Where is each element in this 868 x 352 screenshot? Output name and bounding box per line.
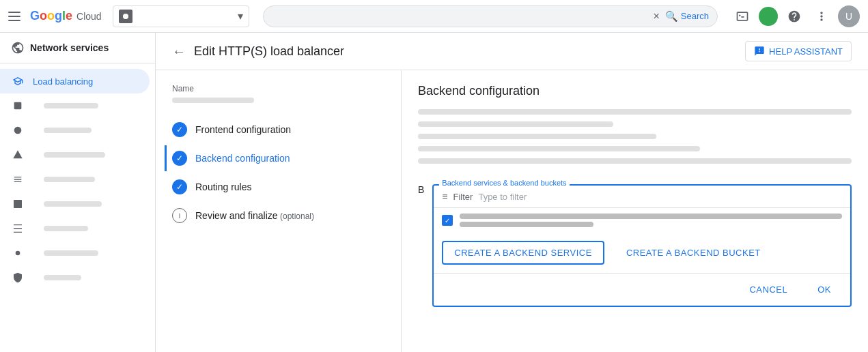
step-list: ✓ Frontend configuration ✓ Backend confi… — [172, 117, 384, 229]
google-logo: Google — [30, 9, 72, 23]
main-layout: Network services Load balancing — [0, 33, 868, 352]
search-icon: 🔍 — [665, 10, 678, 23]
step-backend[interactable]: ✓ Backend configuration — [165, 145, 384, 171]
sidebar-item-2[interactable] — [0, 93, 150, 118]
create-backend-service-button[interactable]: CREATE A BACKEND SERVICE — [442, 241, 604, 265]
search-input[interactable] — [272, 11, 648, 22]
step-review[interactable]: i Review and finalize (optional) — [172, 203, 384, 229]
search-bar: × 🔍 Search — [263, 5, 718, 27]
page-title: Edit HTTP(S) load balancer — [194, 44, 737, 59]
sidebar-item-6[interactable] — [0, 192, 150, 216]
step-label-frontend: Frontend configuration — [195, 124, 291, 135]
hamburger-menu[interactable] — [8, 8, 25, 25]
step-frontend[interactable]: ✓ Frontend configuration — [172, 117, 384, 143]
sidebar-header-label: Network services — [30, 42, 109, 53]
nav-icon-9 — [11, 271, 25, 284]
nav-icon-3 — [11, 123, 25, 137]
sidebar: Network services Load balancing — [0, 33, 156, 352]
sidebar-item-9[interactable] — [0, 265, 150, 290]
project-selector[interactable]: ▾ — [113, 5, 249, 27]
name-field-placeholder — [172, 98, 254, 103]
create-backend-bucket-button[interactable]: CREATE A BACKEND BUCKET — [615, 242, 772, 263]
svg-point-2 — [14, 127, 22, 134]
step-check-routing: ✓ — [172, 179, 187, 194]
nav-icon-8 — [11, 246, 25, 260]
action-buttons: CREATE A BACKEND SERVICE CREATE A BACKEN… — [434, 233, 850, 273]
filter-placeholder: Type to filter — [478, 192, 527, 202]
search-clear-icon[interactable]: × — [653, 10, 659, 23]
row-bar-container — [460, 214, 842, 227]
placeholder-bar-5 — [418, 158, 852, 164]
sidebar-item-load-balancing[interactable]: Load balancing — [0, 69, 150, 93]
filter-icon: ≡ — [442, 191, 447, 202]
nav-icon-7 — [11, 222, 25, 235]
backend-title: Backend configuration — [418, 84, 852, 98]
cloud-text: Cloud — [76, 11, 102, 22]
sidebar-item-label: Load balancing — [33, 76, 93, 87]
dropdown-row-1[interactable] — [434, 208, 850, 233]
filter-row: ≡ Filter Type to filter — [434, 186, 850, 208]
status-indicator — [759, 7, 778, 26]
filter-text: Filter — [453, 192, 473, 202]
placeholder-bar-3 — [418, 134, 656, 139]
dialog-footer: CANCEL OK — [434, 273, 850, 306]
nav-icon-5 — [11, 173, 25, 186]
search-label: Search — [681, 11, 709, 21]
sidebar-item-8[interactable] — [0, 241, 150, 265]
help-assistant-icon — [754, 46, 765, 57]
back-button[interactable]: ← — [172, 44, 186, 59]
backend-services-wrapper: B Backend services & backend buckets ≡ F… — [418, 177, 852, 307]
step-info-review: i — [172, 208, 187, 223]
step-label-routing: Routing rules — [195, 181, 252, 192]
edit-area: Name ✓ Frontend configuration ✓ Backend … — [156, 70, 868, 352]
sidebar-item-4[interactable] — [0, 143, 150, 167]
google-cloud-logo: Google Cloud — [30, 9, 102, 23]
step-routing[interactable]: ✓ Routing rules — [172, 174, 384, 200]
svg-point-5 — [16, 251, 20, 256]
terminal-icon-button[interactable] — [731, 5, 753, 27]
help-assistant-button[interactable]: HELP ASSISTANT — [745, 41, 852, 61]
dropdown-container: ≡ Filter Type to filter — [432, 184, 852, 307]
content-area: ← Edit HTTP(S) load balancer HELP ASSIST… — [156, 33, 868, 352]
user-avatar[interactable]: U — [838, 5, 860, 27]
nav-icon-6 — [11, 197, 25, 211]
sidebar-item-7[interactable] — [0, 216, 150, 241]
load-balancing-icon — [11, 74, 25, 88]
step-check-backend: ✓ — [172, 151, 187, 166]
help-icon-button[interactable] — [783, 5, 805, 27]
step-check-frontend: ✓ — [172, 122, 187, 137]
name-section: Name — [172, 84, 384, 103]
page-header: ← Edit HTTP(S) load balancer HELP ASSIST… — [156, 33, 868, 70]
b-label: B — [418, 177, 424, 195]
placeholder-bar-4 — [418, 146, 700, 151]
nav-icon-2 — [11, 99, 25, 113]
sidebar-header: Network services — [0, 33, 155, 63]
svg-rect-4 — [14, 200, 22, 208]
cancel-button[interactable]: CANCEL — [738, 279, 798, 300]
placeholder-bar-1 — [418, 109, 852, 115]
ok-button[interactable]: OK — [807, 279, 842, 300]
backend-panel: Backend configuration B Backend services… — [402, 70, 868, 352]
search-button[interactable]: 🔍 Search — [665, 10, 709, 23]
top-bar: Google Cloud ▾ × 🔍 Search U — [0, 0, 868, 33]
placeholder-bar-2 — [418, 121, 613, 127]
sidebar-nav: Load balancing — [0, 63, 155, 295]
row-bar-sub — [460, 222, 593, 227]
backend-services-section: Backend services & backend buckets ≡ Fil… — [432, 184, 852, 307]
nav-icon-4 — [11, 148, 25, 162]
svg-marker-3 — [13, 150, 22, 158]
name-label: Name — [172, 84, 384, 93]
help-assistant-label: HELP ASSISTANT — [769, 46, 843, 57]
field-label: Backend services & backend buckets — [439, 179, 569, 187]
checkbox-item-1[interactable] — [442, 215, 453, 226]
top-actions: U — [731, 5, 860, 27]
chevron-down-icon: ▾ — [238, 10, 243, 23]
step-label-backend: Backend configuration — [195, 153, 290, 164]
svg-rect-1 — [14, 102, 22, 110]
sidebar-item-3[interactable] — [0, 118, 150, 143]
steps-panel: Name ✓ Frontend configuration ✓ Backend … — [156, 70, 402, 352]
sidebar-item-5[interactable] — [0, 167, 150, 192]
more-options-icon-button[interactable] — [811, 5, 832, 27]
step-label-review: Review and finalize (optional) — [195, 210, 314, 221]
project-icon — [119, 10, 132, 23]
